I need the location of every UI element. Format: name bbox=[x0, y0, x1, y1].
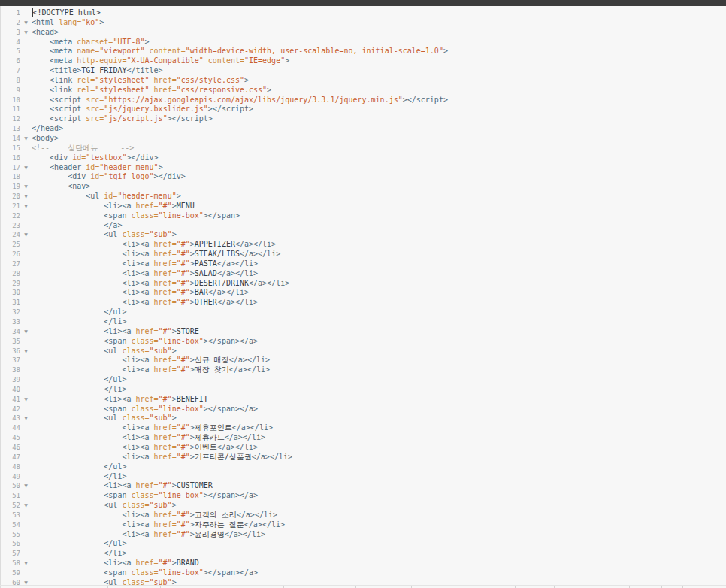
fold-arrow-icon[interactable]: ▼ bbox=[20, 202, 32, 211]
code-line[interactable]: 52▼ <ul class="sub"> bbox=[1, 501, 726, 511]
line-number: 33 bbox=[1, 317, 20, 327]
code-line[interactable]: 56 </ul> bbox=[1, 539, 726, 549]
code-line[interactable]: 44 <li><a href="#">제휴포인트</a></li> bbox=[1, 423, 726, 433]
token-attr: src= bbox=[81, 95, 104, 104]
code-line[interactable]: 10 <script src="https://ajax.googleapis.… bbox=[1, 95, 726, 105]
code-line[interactable]: 36▼ <ul class="sub"> bbox=[1, 347, 726, 356]
fold-arrow-icon[interactable]: ▼ bbox=[20, 134, 32, 144]
code-line[interactable]: 53 <li><a href="#">고객의 소리</a></li> bbox=[1, 511, 726, 520]
token-tag: </li> bbox=[104, 385, 126, 393]
token-tag: > bbox=[145, 38, 150, 46]
code-line[interactable]: 4 <meta charset="UTF-8"> bbox=[1, 38, 726, 47]
code-line[interactable]: 1<!DOCTYPE html> bbox=[1, 8, 726, 18]
code-line[interactable]: 11 <script src="js/jquery.bxslider.js"><… bbox=[1, 105, 726, 114]
code-line[interactable]: 8 <link rel="stylesheet" href="css/style… bbox=[1, 76, 726, 86]
code-line[interactable]: 35 <span class="line-box"></span></a> bbox=[1, 337, 726, 347]
code-line[interactable]: 15<!-- 상단메뉴 --> bbox=[1, 144, 726, 153]
code-line[interactable]: 55 <li><a href="#">윤리경영</a></li> bbox=[1, 530, 726, 540]
code-line[interactable]: 6 <meta http-equiv="X-UA-Compatible" con… bbox=[1, 56, 726, 66]
token-str: "#" bbox=[159, 327, 172, 335]
code-line[interactable]: 22 <span class="line-box"></span> bbox=[1, 211, 726, 221]
code-text: <li><a href="#">STORE bbox=[32, 327, 199, 337]
code-line[interactable]: 41▼ <li><a href="#">BENEFIT bbox=[1, 395, 726, 405]
code-line[interactable]: 49 </li> bbox=[1, 472, 726, 482]
code-line[interactable]: 12 <script src="js/script.js"></script> bbox=[1, 114, 726, 124]
code-text: <meta charset="UTF-8"> bbox=[32, 38, 150, 47]
code-line[interactable]: 25 <li><a href="#">APPETIZER</a></li> bbox=[1, 240, 726, 250]
code-line[interactable]: 42 <span class="line-box"></span></a> bbox=[1, 405, 726, 414]
code-line[interactable]: 47 <li><a href="#">기프티콘/상품권</a></li> bbox=[1, 453, 726, 462]
code-line[interactable]: 28 <li><a href="#">SALAD</a></li> bbox=[1, 269, 726, 279]
fold-arrow-icon[interactable]: ▼ bbox=[20, 18, 32, 28]
code-line[interactable]: 7 <title>TGI FRIDAY</title> bbox=[1, 66, 726, 76]
code-line[interactable]: 21▼ <li><a href="#">MENU bbox=[1, 202, 726, 211]
code-line[interactable]: 45 <li><a href="#">제휴카드</a></li> bbox=[1, 433, 726, 443]
code-line[interactable]: 29 <li><a href="#">DESERT/DRINK</a></li> bbox=[1, 279, 726, 289]
code-line[interactable]: 31 <li><a href="#">OTHER</a></li> bbox=[1, 298, 726, 308]
code-line[interactable]: 16 <div id="testbox"></div> bbox=[1, 153, 726, 163]
line-number: 23 bbox=[1, 221, 20, 231]
code-line[interactable]: 51 <span class="line-box"></span></a> bbox=[1, 491, 726, 501]
token-str: "#" bbox=[177, 530, 190, 538]
token-str: "line-box" bbox=[159, 337, 204, 345]
line-number: 18 bbox=[1, 172, 20, 182]
code-text: <li><a href="#">기프티콘/상품권</a></li> bbox=[32, 453, 292, 462]
code-line[interactable]: 48 </ul> bbox=[1, 462, 726, 472]
code-line[interactable]: 14▼<body> bbox=[1, 134, 726, 144]
token-str: "line-box" bbox=[159, 211, 204, 220]
code-line[interactable]: 32 </ul> bbox=[1, 308, 726, 317]
code-line[interactable]: 43▼ <ul class="sub"> bbox=[1, 414, 726, 423]
token-txt: BRAND bbox=[177, 559, 199, 567]
code-line[interactable]: 19▼ <nav> bbox=[1, 182, 726, 192]
token-attr: href= bbox=[131, 327, 158, 335]
code-line[interactable]: 23 </a> bbox=[1, 221, 726, 231]
code-line[interactable]: 40 </li> bbox=[1, 385, 726, 395]
fold-arrow-icon[interactable]: ▼ bbox=[20, 163, 32, 173]
token-tag: </a></li> bbox=[249, 279, 289, 287]
fold-arrow-icon[interactable]: ▼ bbox=[20, 28, 32, 38]
fold-arrow-icon[interactable]: ▼ bbox=[20, 182, 32, 192]
fold-arrow-icon[interactable]: ▼ bbox=[20, 230, 32, 240]
code-line[interactable]: 39 </ul> bbox=[1, 375, 726, 385]
fold-arrow-icon[interactable]: ▼ bbox=[20, 414, 32, 423]
fold-arrow-icon[interactable]: ▼ bbox=[20, 481, 32, 491]
code-line[interactable]: 20▼ <ul id="header-menu"> bbox=[1, 192, 726, 202]
code-line[interactable]: 38 <li><a href="#">매장 찾기</a></li> bbox=[1, 365, 726, 375]
code-text: <body> bbox=[32, 134, 59, 144]
fold-arrow-icon[interactable]: ▼ bbox=[20, 559, 32, 568]
fold-gutter-space bbox=[20, 433, 32, 443]
code-line[interactable]: 9 <link rel="stylesheet" href="css/respo… bbox=[1, 86, 726, 95]
token-txt: 자주하는 질문 bbox=[195, 520, 244, 529]
code-line[interactable]: 33 </li> bbox=[1, 317, 726, 327]
code-line[interactable]: 17▼ <header id="header-menu"> bbox=[1, 163, 726, 173]
code-line[interactable]: 2▼<html lang="ko"> bbox=[1, 18, 726, 28]
code-line[interactable]: 58▼ <li><a href="#">BRAND bbox=[1, 559, 726, 568]
fold-gutter-space bbox=[20, 66, 32, 76]
code-line[interactable]: 30 <li><a href="#">BAR</a></li> bbox=[1, 288, 726, 298]
code-line[interactable]: 46 <li><a href="#">이벤트</a></li> bbox=[1, 443, 726, 453]
code-text: <html lang="ko"> bbox=[32, 18, 104, 28]
code-line[interactable]: 50▼ <li><a href="#">CUSTOMER bbox=[1, 481, 726, 491]
code-line[interactable]: 54 <li><a href="#">자주하는 질문</a></li> bbox=[1, 520, 726, 530]
fold-arrow-icon[interactable]: ▼ bbox=[20, 501, 32, 511]
code-text: <nav> bbox=[32, 182, 90, 192]
code-line[interactable]: 34▼ <li><a href="#">STORE bbox=[1, 327, 726, 337]
fold-gutter-space bbox=[20, 453, 32, 462]
code-line[interactable]: 24▼ <ul class="sub"> bbox=[1, 230, 726, 240]
fold-arrow-icon[interactable]: ▼ bbox=[20, 327, 32, 337]
code-line[interactable]: 3▼<head> bbox=[1, 28, 726, 38]
code-line[interactable]: 5 <meta name="viewport" content="width=d… bbox=[1, 47, 726, 56]
code-line[interactable]: 27 <li><a href="#">PASTA</a></li> bbox=[1, 259, 726, 269]
code-line[interactable]: 13</head> bbox=[1, 124, 726, 134]
fold-arrow-icon[interactable]: ▼ bbox=[20, 192, 32, 202]
code-line[interactable]: 59 <span class="line-box"></span></a> bbox=[1, 568, 726, 578]
line-number: 36 bbox=[1, 347, 20, 356]
code-line[interactable]: 26 <li><a href="#">STEAK/LIBS</a></li> bbox=[1, 250, 726, 259]
code-line[interactable]: 57 </li> bbox=[1, 549, 726, 559]
code-line[interactable]: 18 <div id="tgif-logo"></div> bbox=[1, 172, 726, 182]
token-txt: DESERT/DRINK bbox=[195, 279, 249, 287]
fold-arrow-icon[interactable]: ▼ bbox=[20, 347, 32, 356]
fold-arrow-icon[interactable]: ▼ bbox=[20, 395, 32, 405]
code-line[interactable]: 37 <li><a href="#">신규 매장</a></li> bbox=[1, 356, 726, 365]
token-tag: <li><a bbox=[122, 520, 149, 529]
